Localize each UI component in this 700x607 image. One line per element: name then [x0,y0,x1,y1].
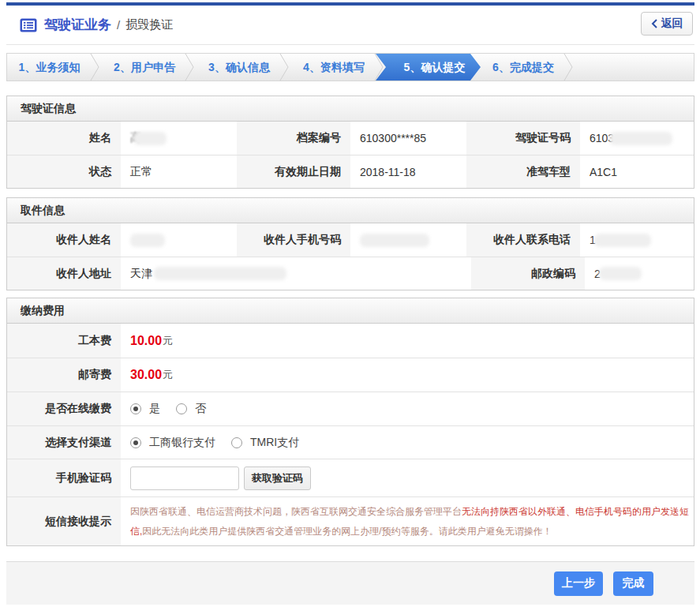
captcha-input[interactable] [130,466,239,490]
breadcrumb-divider: / [117,18,120,32]
step-3-confirm-info: 3、确认信息 [186,54,281,81]
recipient-phone-label: 收件人联系电话 [466,223,580,257]
redaction-smudge [133,132,167,145]
page: 驾驶证业务 / 损毁换证 返回 1、业务须知 2、用户申告 3、确认信息 4、资… [0,0,700,605]
step-5-confirm-submit: 5、确认提交 [376,54,481,81]
redaction-smudge [599,267,642,280]
postage-fee-label: 邮寄费 [7,358,121,392]
pay-online-yes-option[interactable]: 是 [130,402,160,416]
table-row: 收件人地址 天津 邮政编码 2 [7,257,694,290]
vehicle-class-value: A1C1 [580,155,694,188]
step-progress-bar: 1、业务须知 2、用户申告 3、确认信息 4、资料填写 5、确认提交 6、完成提… [6,53,694,81]
channel-tmri-option[interactable]: TMRI支付 [231,436,299,450]
table-row: 状态 正常 有效期止日期 2018-11-18 准驾车型 A1C1 [7,155,694,188]
back-button[interactable]: 返回 [641,12,693,36]
page-title: 驾驶证业务 [44,16,111,34]
pickup-info-section: 取件信息 收件人姓名 收件人手机号码 收件人联系电话 1 收件人地址 天津 邮政… [6,197,694,290]
postage-fee-value: 30.00元 [121,358,694,392]
step-separator-icon [185,54,195,81]
sms-notice-label: 短信接收提示 [7,497,121,545]
status-label: 状态 [7,155,121,188]
license-info-title: 驾驶证信息 [7,96,694,122]
step-6-complete-submit: 6、完成提交 [470,54,565,81]
sms-notice-text: 因陕西省联通、电信运营商技术问题，陕西省互联网交通安全综合服务管理平台无法向持陕… [121,497,694,545]
table-row: 姓名 高 档案编号 610300****85 驾驶证号码 6103 [7,122,694,155]
sms-notice-row: 短信接收提示 因陕西省联通、电信运营商技术问题，陕西省互联网交通安全综合服务管理… [7,496,694,545]
redaction-smudge [360,234,429,247]
license-business-icon [20,18,37,32]
recipient-address-label: 收件人地址 [7,257,121,290]
pay-online-label: 是否在线缴费 [7,392,121,425]
pay-online-options: 是 否 [121,392,694,425]
redaction-smudge [609,132,672,145]
captcha-field-area: 获取验证码 [121,459,694,496]
radio-unchecked-icon[interactable] [176,403,187,414]
recipient-address-value: 天津 [121,257,471,290]
step-2-user-declaration: 2、用户申告 [92,54,186,81]
footer-action-bar: 上一步 完成 [6,561,694,605]
payment-channel-label: 选择支付渠道 [7,426,121,459]
license-number-value: 6103 [580,122,694,155]
get-captcha-button[interactable]: 获取验证码 [244,466,311,490]
redaction-smudge [154,267,286,280]
production-fee-label: 工本费 [7,324,121,358]
vehicle-class-label: 准驾车型 [466,155,580,188]
captcha-label: 手机验证码 [7,459,121,496]
postal-code-label: 邮政编码 [471,257,585,290]
step-separator-icon [279,54,290,81]
status-value: 正常 [121,155,237,188]
captcha-row: 手机验证码 获取验证码 [7,459,694,496]
previous-step-button[interactable]: 上一步 [554,571,603,596]
finish-button[interactable]: 完成 [613,571,653,596]
expiry-date-value: 2018-11-18 [350,155,466,188]
name-value: 高 [121,122,237,155]
payment-section: 缴纳费用 工本费 10.00元 邮寄费 30.00元 是否在线缴费 是 否 选择… [6,298,694,546]
recipient-mobile-label: 收件人手机号码 [237,223,350,257]
radio-checked-icon[interactable] [130,437,141,448]
license-info-section: 驾驶证信息 姓名 高 档案编号 610300****85 驾驶证号码 6103 … [6,96,694,189]
file-number-label: 档案编号 [237,122,350,155]
step-4-fill-data: 4、资料填写 [281,54,376,81]
recipient-phone-value: 1 [580,223,694,257]
pay-online-no-option[interactable]: 否 [176,402,206,416]
payment-title: 缴纳费用 [7,298,694,324]
file-number-value: 610300****85 [350,122,466,155]
radio-unchecked-icon[interactable] [231,437,242,448]
breadcrumb-current: 损毁换证 [125,17,173,32]
redaction-smudge [130,234,165,247]
license-number-label: 驾驶证号码 [466,122,580,155]
production-fee-value: 10.00元 [121,324,694,358]
name-label: 姓名 [7,122,121,155]
payment-channel-options: 工商银行支付 TMRI支付 [121,426,694,459]
step-1-business-notice: 1、业务须知 [7,54,92,81]
channel-icbc-option[interactable]: 工商银行支付 [130,436,215,450]
pickup-info-title: 取件信息 [7,198,694,223]
production-fee-row: 工本费 10.00元 [7,324,694,358]
postal-code-value: 2 [585,257,694,290]
payment-channel-row: 选择支付渠道 工商银行支付 TMRI支付 [7,425,694,459]
table-row: 收件人姓名 收件人手机号码 收件人联系电话 1 [7,223,694,257]
recipient-mobile-value [350,223,466,257]
chevron-left-icon [651,19,657,28]
postage-fee-row: 邮寄费 30.00元 [7,358,694,392]
step-separator-icon [90,54,100,81]
recipient-name-label: 收件人姓名 [7,223,121,257]
expiry-date-label: 有效期止日期 [237,155,350,188]
redaction-smudge [594,234,651,247]
recipient-name-value [121,223,237,257]
radio-checked-icon[interactable] [130,403,141,414]
pay-online-row: 是否在线缴费 是 否 [7,392,694,425]
app-header: 驾驶证业务 / 损毁换证 返回 [6,6,694,45]
